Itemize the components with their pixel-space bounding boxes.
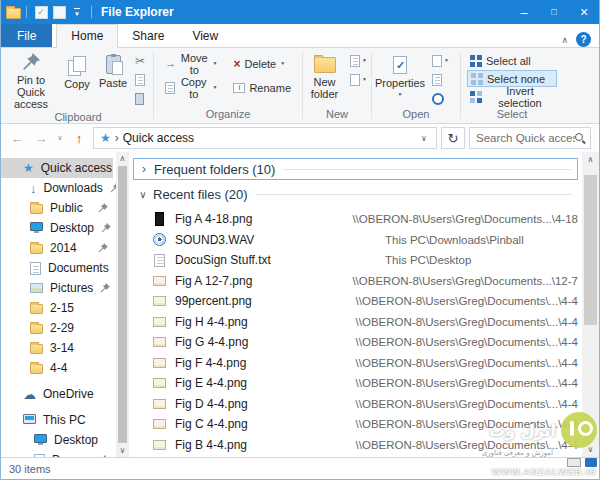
new-item-button[interactable]: ▼ xyxy=(350,53,367,68)
tab-home[interactable]: Home xyxy=(56,24,118,48)
sidebar-item-desktop[interactable]: Desktop xyxy=(1,218,113,238)
tab-view[interactable]: View xyxy=(178,24,232,47)
content-scrollbar[interactable]: ∧ ∨ xyxy=(582,152,599,457)
image-file-icon xyxy=(153,399,166,409)
properties-button[interactable]: ✓ Properties ▼ xyxy=(372,48,428,97)
refresh-button[interactable]: ↻ xyxy=(441,127,465,149)
qat-customize-button[interactable]: ▼ xyxy=(68,3,86,21)
file-row[interactable]: Fig H 4-4.png \\OBERON-8\Users\Greg\Docu… xyxy=(133,312,578,333)
scroll-down-icon[interactable]: ∨ xyxy=(116,444,129,457)
sidebar-item-pc-documents[interactable]: Documents xyxy=(1,450,113,457)
sidebar-item-downloads[interactable]: ↓ Downloads xyxy=(1,178,113,198)
open-button[interactable]: ▼ xyxy=(432,53,449,68)
file-row[interactable]: 99percent.png \\OBERON-8\Users\Greg\Docu… xyxy=(133,291,578,312)
sidebar-item-2-29[interactable]: 2-29 xyxy=(1,318,113,338)
search-input[interactable] xyxy=(476,132,575,144)
scrollbar-thumb[interactable] xyxy=(118,166,127,443)
scissors-icon: ✂ xyxy=(135,55,145,67)
file-row[interactable]: Fig D 4-4.png \\OBERON-8\Users\Greg\Docu… xyxy=(133,394,578,415)
sidebar-item-quick-access[interactable]: ★ Quick access xyxy=(1,158,113,178)
rename-button[interactable]: I Rename xyxy=(230,78,294,97)
chevron-down-icon[interactable]: ∨ xyxy=(133,189,153,200)
image-file-icon xyxy=(153,296,166,306)
file-row[interactable]: Fig G 4-4.png \\OBERON-8\Users\Greg\Docu… xyxy=(133,332,578,353)
scrollbar-track[interactable] xyxy=(582,167,599,442)
sidebar-item-label: 2-15 xyxy=(50,301,74,315)
sidebar-item-documents[interactable]: Documents xyxy=(1,258,113,278)
pictures-icon xyxy=(30,283,43,293)
delete-x-icon: × xyxy=(233,58,240,70)
address-dropdown-button[interactable]: ∨ xyxy=(416,134,432,143)
file-row[interactable]: Fig A 12-7.png \\OBERON-8\Users\Greg\Doc… xyxy=(133,271,578,292)
qat-properties-button[interactable]: ✓ xyxy=(32,3,50,21)
history-button[interactable] xyxy=(432,91,449,106)
sidebar-item-label: Downloads xyxy=(44,181,103,195)
sidebar-item-pictures[interactable]: Pictures xyxy=(1,278,113,298)
sidebar-scrollbar[interactable]: ∧ ∨ xyxy=(116,152,129,457)
cut-button[interactable]: ✂ xyxy=(135,53,145,68)
sidebar-item-pc-desktop[interactable]: Desktop xyxy=(1,430,113,450)
scroll-down-icon[interactable]: ∨ xyxy=(582,442,599,457)
recent-locations-button[interactable]: ∨ xyxy=(55,128,65,148)
sidebar-item-2-15[interactable]: 2-15 xyxy=(1,298,113,318)
file-row[interactable]: Fig F 4-4.png \\OBERON-8\Users\Greg\Docu… xyxy=(133,353,578,374)
navigation-pane: ★ Quick access ↓ Downloads Public Deskto… xyxy=(1,152,131,457)
pin-icon xyxy=(101,223,111,233)
breadcrumb-location[interactable]: Quick access xyxy=(123,131,194,145)
sidebar-item-label: Desktop xyxy=(54,433,98,447)
maximize-button[interactable]: □ xyxy=(539,0,569,24)
select-none-label: Select none xyxy=(487,73,545,85)
computer-icon xyxy=(23,414,36,424)
chevron-right-icon[interactable]: › xyxy=(134,162,154,176)
search-box[interactable] xyxy=(469,127,591,149)
sidebar-item-this-pc[interactable]: This PC xyxy=(1,410,113,430)
easy-access-button[interactable]: ▼ xyxy=(350,72,367,87)
forward-button[interactable]: → xyxy=(31,128,51,148)
paste-button[interactable]: Paste xyxy=(95,48,131,89)
scrollbar-thumb[interactable] xyxy=(584,175,597,325)
check-icon: ✓ xyxy=(396,59,405,71)
close-button[interactable]: × xyxy=(569,0,599,24)
file-row[interactable]: DocuSign Stuff.txt This PC\Desktop xyxy=(133,250,578,271)
chevron-down-icon: ▼ xyxy=(444,58,449,63)
paste-shortcut-button[interactable] xyxy=(135,91,145,106)
tab-share[interactable]: Share xyxy=(118,24,178,47)
minimize-button[interactable]: – xyxy=(509,0,539,24)
invert-selection-icon xyxy=(470,91,482,103)
scroll-up-icon[interactable]: ∧ xyxy=(582,152,599,167)
file-row[interactable]: Fig B 4-4.png \\OBERON-8\Users\Greg\Docu… xyxy=(133,435,578,456)
sidebar-item-public[interactable]: Public xyxy=(1,198,113,218)
sidebar-item-2014[interactable]: 2014 xyxy=(1,238,113,258)
file-row[interactable]: Fig A 4-18.png \\OBERON-8\Users\Greg\Doc… xyxy=(133,209,578,230)
up-button[interactable]: ↑ xyxy=(69,128,89,148)
edit-button[interactable] xyxy=(432,72,449,87)
sidebar-item-4-4[interactable]: 4-4 xyxy=(1,358,113,378)
frequent-folders-header[interactable]: › Frequent folders (10) xyxy=(133,158,578,180)
new-item-icon xyxy=(350,55,360,67)
sidebar-item-onedrive[interactable]: ☁ OneDrive xyxy=(1,384,113,404)
invert-selection-button[interactable]: Invert selection xyxy=(467,88,557,105)
file-row[interactable]: Fig E 4-4.png \\OBERON-8\Users\Greg\Docu… xyxy=(133,373,578,394)
file-path: This PC\Downloads\Pinball xyxy=(385,234,524,246)
back-button[interactable]: ← xyxy=(7,128,27,148)
copy-button[interactable]: Copy xyxy=(59,48,95,90)
copy-to-button[interactable]: Copy to ▼ xyxy=(162,78,220,97)
select-all-button[interactable]: Select all xyxy=(467,52,557,69)
file-row[interactable]: SOUND3.WAV This PC\Downloads\Pinball xyxy=(133,230,578,251)
delete-button[interactable]: × Delete ▼ xyxy=(230,54,294,73)
address-bar[interactable]: ★ › Quick access ∨ xyxy=(93,127,437,149)
help-button[interactable]: ? xyxy=(576,32,591,47)
file-row[interactable]: Fig C 4-4.png \\OBERON-8\Users\Greg\Docu… xyxy=(133,414,578,435)
pin-to-quick-access-button[interactable]: Pin to Quick access xyxy=(3,48,59,110)
folder-icon xyxy=(30,304,43,314)
copy-path-button[interactable] xyxy=(135,72,145,87)
qat-new-folder-button[interactable] xyxy=(50,3,68,21)
tab-file[interactable]: File xyxy=(1,24,52,47)
scroll-up-icon[interactable]: ∧ xyxy=(116,152,129,165)
sidebar-item-3-14[interactable]: 3-14 xyxy=(1,338,113,358)
copy-path-icon xyxy=(135,74,145,86)
collapse-ribbon-button[interactable]: ∧ xyxy=(561,35,568,45)
move-to-button[interactable]: → Move to ▼ xyxy=(162,54,220,73)
recent-files-header[interactable]: ∨ Recent files (20) xyxy=(133,183,578,205)
new-folder-button[interactable]: New folder xyxy=(303,48,346,100)
